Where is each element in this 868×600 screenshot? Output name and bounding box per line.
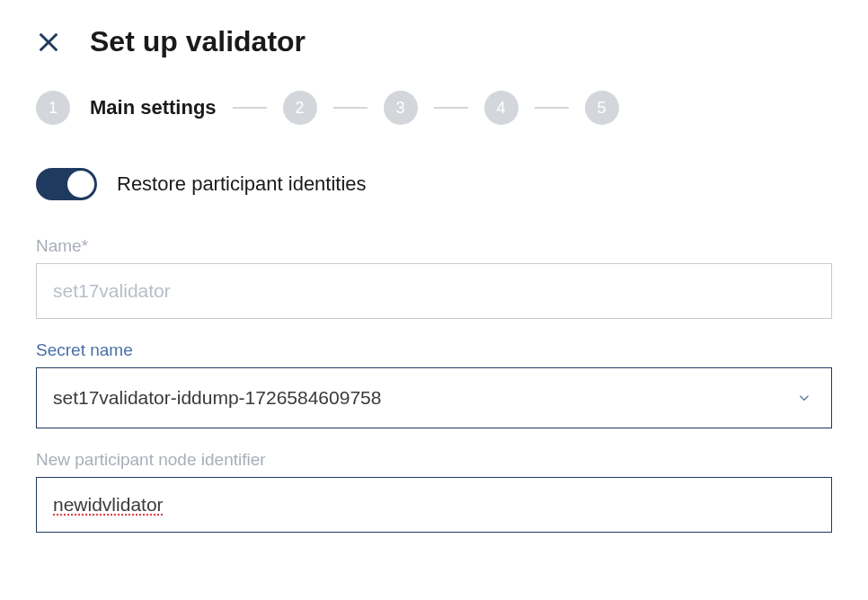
close-icon[interactable] xyxy=(36,30,61,55)
secret-name-field: Secret name set17validator-iddump-172658… xyxy=(36,340,832,428)
step-label-1: Main settings xyxy=(90,96,217,119)
step-circle-4: 4 xyxy=(484,91,518,125)
identifier-value: newidvlidator xyxy=(53,494,164,516)
identifier-label: New participant node identifier xyxy=(36,450,832,470)
step-circle-3: 3 xyxy=(384,91,418,125)
step-2[interactable]: 2 xyxy=(283,91,317,125)
step-circle-2: 2 xyxy=(283,91,317,125)
identifier-input[interactable]: newidvlidator xyxy=(36,477,832,533)
secret-name-value: set17validator-iddump-1726584609758 xyxy=(36,367,832,428)
step-circle-1: 1 xyxy=(36,91,70,125)
toggle-row: Restore participant identities xyxy=(36,168,832,200)
step-1[interactable]: 1 Main settings xyxy=(36,91,217,125)
step-circle-5: 5 xyxy=(585,91,619,125)
name-label: Name* xyxy=(36,236,832,256)
toggle-label: Restore participant identities xyxy=(117,172,367,196)
dialog-header: Set up validator xyxy=(36,25,832,58)
stepper: 1 Main settings 2 3 4 5 xyxy=(36,91,832,125)
secret-name-select[interactable]: set17validator-iddump-1726584609758 xyxy=(36,367,832,428)
name-input[interactable] xyxy=(36,263,832,319)
step-connector xyxy=(434,107,468,109)
restore-identities-toggle[interactable] xyxy=(36,168,97,200)
step-connector xyxy=(333,107,368,109)
step-5[interactable]: 5 xyxy=(585,91,619,125)
toggle-thumb xyxy=(67,171,94,198)
identifier-field: New participant node identifier newidvli… xyxy=(36,450,832,533)
secret-name-label: Secret name xyxy=(36,340,832,360)
name-field: Name* xyxy=(36,236,832,319)
step-4[interactable]: 4 xyxy=(484,91,518,125)
step-connector xyxy=(535,107,569,109)
page-title: Set up validator xyxy=(90,25,306,58)
step-connector xyxy=(233,107,267,109)
step-3[interactable]: 3 xyxy=(384,91,418,125)
